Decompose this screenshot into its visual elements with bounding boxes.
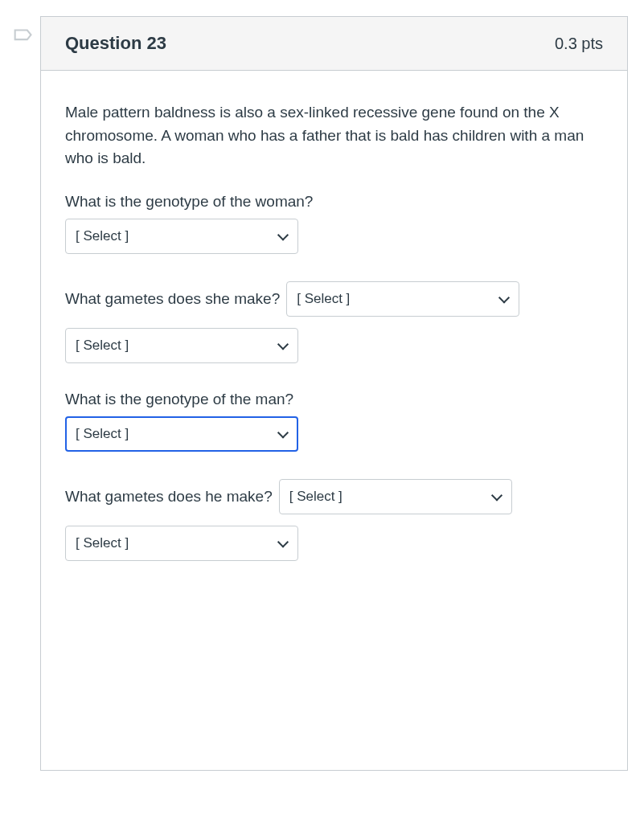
q2-select2-wrap: [ Select ]	[65, 328, 298, 363]
q4-select-2[interactable]: [ Select ]	[65, 526, 298, 561]
question-title: Question 23	[65, 33, 166, 54]
question-card: Question 23 0.3 pts Male pattern baldnes…	[40, 16, 628, 771]
q4-label: What gametes does he make?	[65, 488, 273, 506]
question-points: 0.3 pts	[555, 35, 603, 53]
q2-select1-wrap: [ Select ]	[286, 281, 519, 317]
q4-select2-wrap: [ Select ]	[65, 526, 298, 561]
q3-select[interactable]: [ Select ]	[65, 416, 298, 452]
question-prompt: Male pattern baldness is also a sex-link…	[65, 101, 603, 170]
question-header: Question 23 0.3 pts	[41, 17, 627, 71]
question-group-2: What gametes does she make? [ Select ] […	[65, 281, 603, 363]
q1-select[interactable]: [ Select ]	[65, 219, 298, 254]
question-group-4: What gametes does he make? [ Select ] [ …	[65, 479, 603, 561]
q2-select-1[interactable]: [ Select ]	[286, 281, 519, 317]
question-group-1: What is the genotype of the woman? [ Sel…	[65, 193, 603, 254]
q2-label: What gametes does she make?	[65, 290, 280, 308]
question-group-3: What is the genotype of the man? [ Selec…	[65, 391, 603, 452]
q1-label: What is the genotype of the woman?	[65, 193, 603, 211]
q3-label: What is the genotype of the man?	[65, 391, 603, 408]
bookmark-icon[interactable]	[11, 27, 34, 53]
q4-select-1[interactable]: [ Select ]	[279, 479, 512, 514]
question-wrapper: Question 23 0.3 pts Male pattern baldnes…	[11, 16, 628, 771]
q2-select-2[interactable]: [ Select ]	[65, 328, 298, 363]
q3-select-wrap: [ Select ]	[65, 416, 298, 452]
q1-select-wrap: [ Select ]	[65, 219, 298, 254]
question-body: Male pattern baldness is also a sex-link…	[41, 71, 627, 770]
q4-select1-wrap: [ Select ]	[279, 479, 512, 514]
